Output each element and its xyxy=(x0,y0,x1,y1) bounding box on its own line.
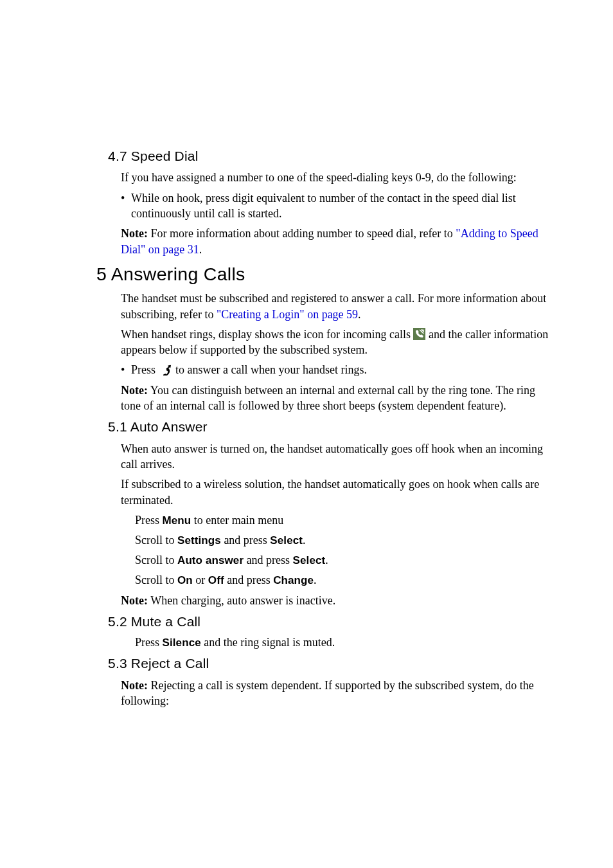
para-5-registered: The handset must be subscribed and regis… xyxy=(121,291,553,322)
note-5-3: Note: Rejecting a call is system depende… xyxy=(121,678,553,709)
ui-select: Select xyxy=(293,554,326,566)
step-1: Press Silence and the ring signal is mut… xyxy=(135,635,553,651)
note-tail: . xyxy=(199,243,202,256)
heading-4-7: 4.7 Speed Dial xyxy=(108,147,553,165)
ui-settings: Settings xyxy=(177,534,221,547)
para-4-7-intro: If you have assigned a number to one of … xyxy=(121,170,553,185)
t: Press xyxy=(135,636,163,649)
step-2: Scroll to Settings and press Select. xyxy=(135,532,553,548)
note-4-7: Note: For more information about adding … xyxy=(121,226,553,257)
para-5-ring: When handset rings, display shows the ic… xyxy=(121,327,553,358)
ui-on: On xyxy=(177,574,193,586)
t3: . xyxy=(303,534,306,547)
handset-icon xyxy=(159,364,173,375)
heading-5-3: 5.3 Reject a Call xyxy=(108,655,553,673)
step-4: Scroll to On or Off and press Change. xyxy=(135,572,553,588)
t: Scroll to xyxy=(135,574,177,586)
t4: . xyxy=(314,574,317,586)
note-label: Note: xyxy=(121,227,148,240)
step-3: Scroll to Auto answer and press Select. xyxy=(135,552,553,568)
list-item: Press to answer a call when your handset… xyxy=(121,362,553,377)
list-item: While on hook, press digit equivalent to… xyxy=(121,190,553,222)
heading-5-2: 5.2 Mute a Call xyxy=(108,613,553,631)
t3: . xyxy=(325,554,328,566)
ui-off: Off xyxy=(208,574,224,586)
t: Scroll to xyxy=(135,534,177,547)
t: Scroll to xyxy=(135,554,177,566)
list-5: Press to answer a call when your handset… xyxy=(121,362,553,377)
heading-5-1: 5.1 Auto Answer xyxy=(108,418,553,436)
t: Press xyxy=(135,514,163,527)
heading-5: 5 Answering Calls xyxy=(96,262,553,286)
text-a: Press xyxy=(131,363,159,376)
step-1: Press Menu to enter main menu xyxy=(135,512,553,529)
note-body: You can distinguish between an internal … xyxy=(121,384,535,412)
t2: or xyxy=(193,574,208,586)
note-5: Note: You can distinguish between an int… xyxy=(121,383,553,414)
bullet-text: While on hook, press digit equivalent to… xyxy=(131,192,516,220)
link-creating-login[interactable]: "Creating a Login" on page 59 xyxy=(217,308,358,321)
t2: and the ring signal is muted. xyxy=(201,636,335,649)
t3: and press xyxy=(224,574,273,586)
para-5-1-b: If subscribed to a wireless solution, th… xyxy=(121,476,553,508)
ui-silence: Silence xyxy=(163,637,201,649)
note-label: Note: xyxy=(121,679,148,692)
list-4-7: While on hook, press digit equivalent to… xyxy=(121,190,553,222)
t2: and press xyxy=(221,534,270,547)
t2: to enter main menu xyxy=(191,514,283,527)
steps-5-1: Press Menu to enter main menu Scroll to … xyxy=(135,512,553,588)
incoming-call-icon xyxy=(413,328,425,340)
t2: and press xyxy=(244,554,292,566)
note-label: Note: xyxy=(121,594,148,607)
text-b: to answer a call when your handset rings… xyxy=(173,363,367,376)
note-body: For more information about adding number… xyxy=(148,227,456,240)
steps-5-2: Press Silence and the ring signal is mut… xyxy=(135,635,553,651)
text-tail: . xyxy=(358,308,361,321)
ui-auto-answer: Auto answer xyxy=(177,554,244,566)
note-5-1: Note: When charging, auto answer is inac… xyxy=(121,593,553,608)
text-a: When handset rings, display shows the ic… xyxy=(121,328,413,341)
note-label: Note: xyxy=(121,384,148,397)
ui-change: Change xyxy=(273,574,314,586)
ui-menu: Menu xyxy=(163,514,191,527)
para-5-1-a: When auto answer is turned on, the hands… xyxy=(121,441,553,473)
ui-select: Select xyxy=(270,534,303,547)
note-body: When charging, auto answer is inactive. xyxy=(148,594,335,607)
note-body: Rejecting a call is system dependent. If… xyxy=(121,679,534,707)
